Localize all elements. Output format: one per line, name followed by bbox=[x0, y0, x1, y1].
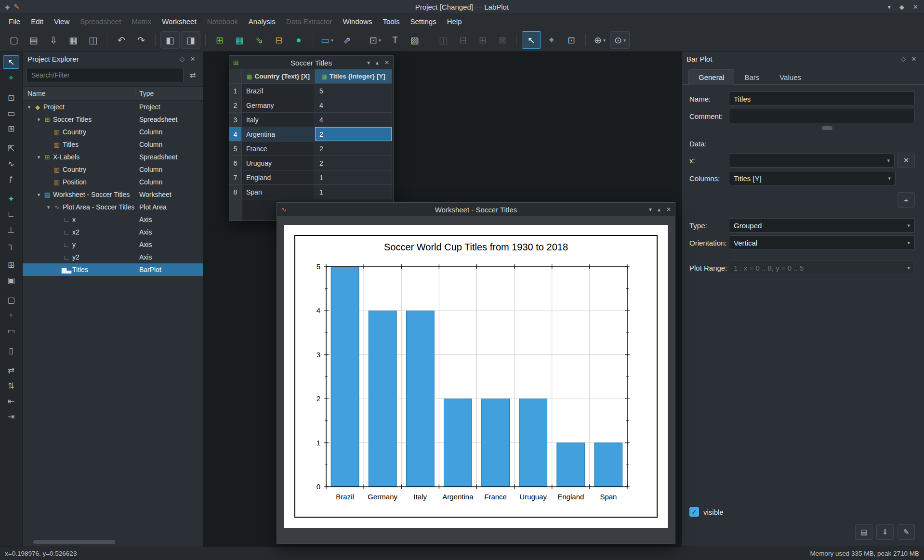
redo-button[interactable]: ↷ bbox=[132, 32, 150, 48]
tree-item-country-column[interactable]: ▥CountryColumn bbox=[23, 126, 203, 138]
explorer-horizontal-scrollbar[interactable] bbox=[25, 539, 201, 545]
expander-icon[interactable]: ▾ bbox=[35, 154, 42, 160]
comment-input[interactable] bbox=[729, 109, 915, 123]
menu-item-analysis[interactable]: Analysis bbox=[244, 15, 280, 27]
cell-country[interactable]: Argentina bbox=[242, 127, 315, 142]
menu-item-file[interactable]: File bbox=[4, 15, 25, 27]
new-plot-area-tool-button[interactable]: ▭ bbox=[3, 107, 19, 119]
column-header-country[interactable]: ▦Country {Text} [X] bbox=[242, 69, 315, 84]
load-template-button[interactable]: ▤ bbox=[855, 524, 872, 540]
column-header-type[interactable]: Type bbox=[135, 90, 203, 97]
menu-item-data-extractor[interactable]: Data Extractor bbox=[281, 15, 337, 27]
new-worksheet-button[interactable]: ▭▾ bbox=[318, 32, 336, 48]
tab-bars[interactable]: Bars bbox=[734, 69, 769, 85]
cascade-subwindows-button[interactable]: ◨ bbox=[181, 31, 200, 49]
transform-region-tool-button[interactable]: ▭ bbox=[3, 325, 19, 337]
crop-region-tool-button[interactable]: ▫ bbox=[3, 309, 19, 322]
menu-item-view[interactable]: View bbox=[49, 15, 74, 27]
zoom-select-button[interactable]: ⊡ bbox=[562, 32, 581, 48]
import-data-button[interactable]: ⇘ bbox=[250, 32, 268, 48]
undo-button[interactable]: ↶ bbox=[112, 32, 131, 48]
expander-icon[interactable]: ▾ bbox=[26, 104, 33, 110]
search-input[interactable] bbox=[26, 68, 184, 82]
expander-icon[interactable]: ▾ bbox=[35, 117, 42, 123]
tile-subwindows-button[interactable]: ◧ bbox=[160, 31, 180, 49]
bar-chart[interactable]: 012345BrazilGermanyItalyArgentinaFranceU… bbox=[295, 236, 656, 515]
import-file-button[interactable]: ⇗ bbox=[338, 32, 356, 48]
expander-icon[interactable]: ▾ bbox=[45, 204, 52, 210]
open-project-button[interactable]: ▤ bbox=[25, 32, 43, 48]
column-header-name[interactable]: Name bbox=[23, 90, 135, 97]
tree-item-soccer-titles-spreadsheet[interactable]: ▾⊞Soccer TitlesSpreadsheet bbox=[23, 113, 203, 126]
selection-mode-button[interactable]: ⊡▾ bbox=[366, 32, 384, 48]
tree-item-worksheet-soccer-titles-worksheet[interactable]: ▾▤Worksheet - Soccer TitlesWorksheet bbox=[23, 188, 203, 201]
cell-country[interactable]: Italy bbox=[242, 113, 315, 127]
navigate-button[interactable]: ⌖ bbox=[542, 32, 561, 48]
tab-general[interactable]: General bbox=[688, 69, 734, 85]
cell-titles[interactable]: 4 bbox=[315, 113, 392, 127]
anchor-region-tool-button[interactable]: ▯ bbox=[3, 344, 19, 357]
column-header-titles[interactable]: ▦Titles {Integer} [Y] bbox=[315, 69, 392, 84]
columns-combobox[interactable]: Titles [Y] ▾ bbox=[729, 171, 896, 185]
menu-item-tools[interactable]: Tools bbox=[378, 15, 404, 27]
distribute-horizontal-tool-button[interactable]: ⇤ bbox=[3, 395, 19, 407]
dropdown-caret-icon[interactable]: ▾ bbox=[379, 38, 381, 43]
fit-page-tool-button[interactable]: ⇱ bbox=[3, 142, 19, 155]
x-column-combobox[interactable]: ▾ bbox=[729, 153, 895, 168]
clear-x-button[interactable]: ✕ bbox=[898, 153, 915, 168]
pin-icon[interactable]: ◈ bbox=[5, 3, 10, 11]
move-vertical-tool-button[interactable]: ⇅ bbox=[3, 379, 19, 392]
close-dock-icon[interactable]: ✕ bbox=[187, 55, 198, 63]
subwindow-minimize-button[interactable]: ▾ bbox=[367, 59, 370, 66]
scrollbar-thumb[interactable] bbox=[33, 540, 115, 544]
close-dock-icon[interactable]: ✕ bbox=[909, 55, 919, 63]
row-number-cell[interactable]: 2 bbox=[229, 98, 242, 113]
menu-item-edit[interactable]: Edit bbox=[26, 15, 48, 27]
add-legend-tool-button[interactable]: ┐ bbox=[3, 239, 19, 251]
new-matrix-button[interactable]: ▦ bbox=[230, 32, 249, 48]
spreadsheet-window[interactable]: ⊞ Soccer Titles ▾ ▴ ✕ ▦Country {Text} [X… bbox=[229, 55, 394, 221]
subwindow-close-button[interactable]: ✕ bbox=[666, 206, 671, 213]
tree-item-y2-axis[interactable]: ∟y2Axis bbox=[23, 251, 203, 263]
menu-item-notebook[interactable]: Notebook bbox=[202, 15, 243, 27]
tree-item-x-labels-spreadsheet[interactable]: ▾⊞X-LabelsSpreadsheet bbox=[23, 151, 203, 163]
float-dock-icon[interactable]: ◇ bbox=[898, 55, 909, 63]
dropdown-caret-icon[interactable]: ▾ bbox=[331, 38, 333, 43]
add-image-tool-button[interactable]: ▣ bbox=[3, 274, 19, 287]
row-number-cell[interactable]: 7 bbox=[229, 170, 242, 185]
worksheet-window[interactable]: ∿ Worksheet - Soccer Titles ▾ ▴ ✕ Soccer… bbox=[277, 202, 675, 544]
tree-item-country-column[interactable]: ▥CountryColumn bbox=[23, 163, 203, 176]
subwindow-close-button[interactable]: ✕ bbox=[384, 59, 389, 66]
tree-item-plot-area-soccer-titles-plot-area[interactable]: ▾∿Plot Area - Soccer TitlesPlot Area bbox=[23, 201, 203, 213]
subwindow-minimize-button[interactable]: ▾ bbox=[649, 206, 652, 213]
menu-item-windows[interactable]: Windows bbox=[338, 15, 377, 27]
save-template-button[interactable]: ⇓ bbox=[876, 524, 894, 540]
new-workbook-button[interactable]: ⊟ bbox=[270, 32, 288, 48]
cell-country[interactable]: Span bbox=[242, 185, 315, 199]
cell-country[interactable]: Germany bbox=[242, 98, 315, 113]
row-number-cell[interactable]: 6 bbox=[229, 156, 242, 170]
float-dock-icon[interactable]: ◇ bbox=[177, 55, 187, 63]
select-region-tool-button[interactable]: ▢ bbox=[3, 294, 19, 306]
plot-area[interactable]: Soccer World Cup Titles from 1930 to 201… bbox=[294, 235, 658, 518]
tree-item-titles-column[interactable]: ▥TitlesColumn bbox=[23, 138, 203, 151]
select-tool-button[interactable]: ↖ bbox=[3, 55, 19, 69]
sheet-corner-cell[interactable] bbox=[229, 69, 242, 84]
new-datapicker-button[interactable]: ● bbox=[290, 32, 308, 48]
cell-country[interactable]: Uruguay bbox=[242, 156, 315, 170]
visible-checkbox[interactable]: ✓ bbox=[689, 507, 699, 517]
maximize-button[interactable]: ◆ bbox=[899, 3, 904, 11]
tree-item-x-axis[interactable]: ∟xAxis bbox=[23, 213, 203, 226]
worksheet-window-titlebar[interactable]: ∿ Worksheet - Soccer Titles ▾ ▴ ✕ bbox=[277, 203, 675, 217]
row-number-cell[interactable]: 3 bbox=[229, 113, 242, 127]
save-project-button[interactable]: ⇩ bbox=[44, 32, 63, 48]
filter-options-icon[interactable]: ⇄ bbox=[186, 69, 199, 81]
name-input[interactable] bbox=[729, 91, 915, 106]
cell-titles[interactable]: 2 bbox=[315, 127, 392, 142]
tree-item-x2-axis[interactable]: ∟x2Axis bbox=[23, 226, 203, 238]
print-button[interactable]: ▦ bbox=[64, 32, 82, 48]
cell-country[interactable]: Brazil bbox=[242, 84, 315, 98]
cell-country[interactable]: France bbox=[242, 142, 315, 156]
new-spreadsheet-button[interactable]: ⊞ bbox=[211, 32, 229, 48]
zoom-button[interactable]: ⊕▾ bbox=[591, 32, 609, 48]
